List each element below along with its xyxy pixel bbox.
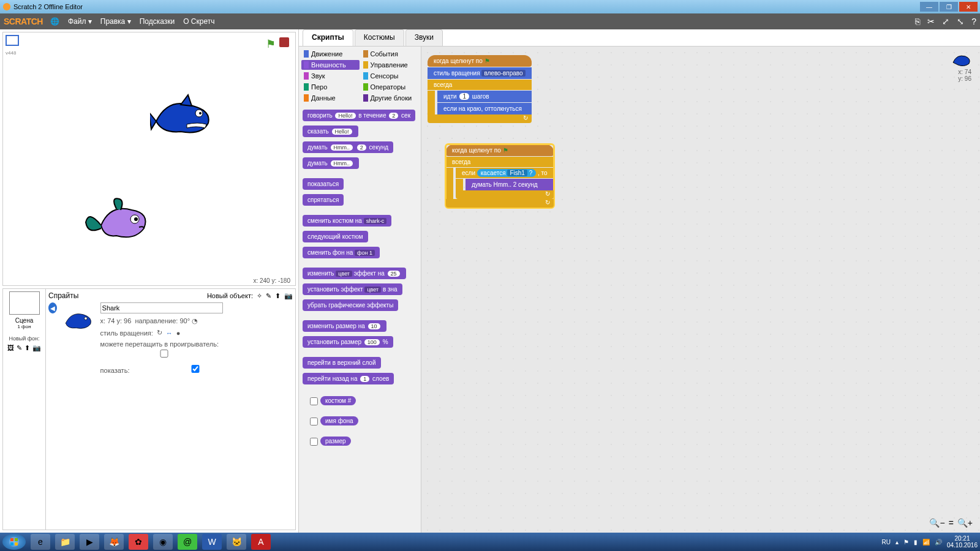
shrink-icon[interactable]: ⤡ <box>957 17 964 26</box>
cut-icon[interactable]: ✂ <box>927 17 935 26</box>
window-title: Scratch 2 Offline Editor <box>13 3 83 10</box>
window-titlebar: Scratch 2 Offline Editor — ❐ ✕ <box>0 0 980 13</box>
window-minimize-button[interactable]: — <box>920 2 938 12</box>
stamp-icon[interactable]: ⎘ <box>915 17 920 26</box>
menu-file[interactable]: Файл ▾ <box>68 17 92 26</box>
menu-tips[interactable]: Подсказки <box>140 17 175 26</box>
menu-edit[interactable]: Правка ▾ <box>100 17 131 26</box>
window-close-button[interactable]: ✕ <box>959 2 978 12</box>
menu-about[interactable]: О Скретч <box>183 17 214 26</box>
grow-icon[interactable]: ⤢ <box>942 17 949 26</box>
help-icon[interactable]: ? <box>971 17 976 26</box>
app-icon <box>2 2 11 11</box>
svg-point-0 <box>3 3 10 10</box>
scratch-logo: SCRATCH <box>4 17 43 26</box>
window-maximize-button[interactable]: ❐ <box>940 2 958 12</box>
menubar: SCRATCH 🌐 Файл ▾ Правка ▾ Подсказки О Ск… <box>0 13 980 29</box>
globe-icon[interactable]: 🌐 <box>50 17 59 26</box>
